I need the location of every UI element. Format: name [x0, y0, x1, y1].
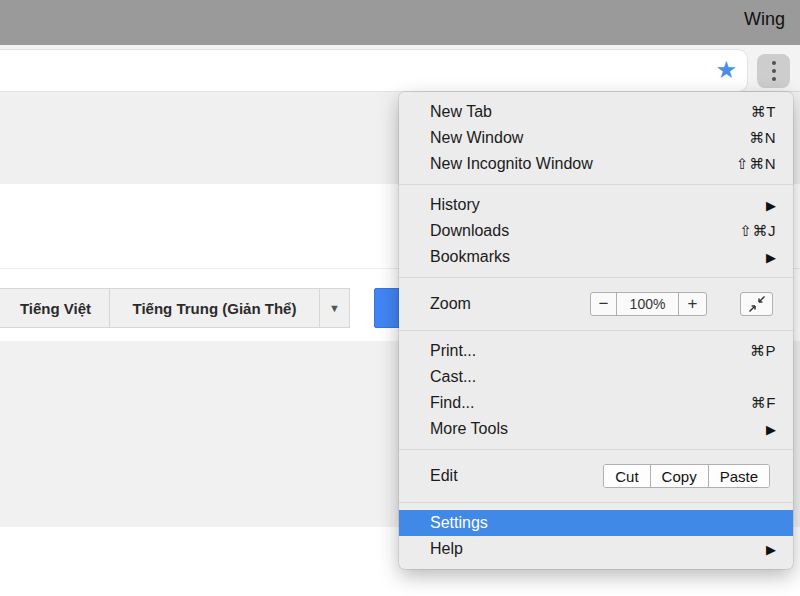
browser-window: Wing ★ Tiếng Việt Tiếng Trung (Giản Thể)…: [0, 0, 800, 596]
menu-item-label: Help: [430, 540, 766, 558]
menu-item-label: New Tab: [430, 103, 751, 121]
menu-item-label: New Incognito Window: [430, 155, 736, 173]
menu-item-label: Find...: [430, 394, 751, 412]
zoom-label: Zoom: [430, 295, 471, 313]
copy-button[interactable]: Copy: [651, 465, 709, 487]
fullscreen-button[interactable]: [740, 292, 773, 316]
edit-label: Edit: [430, 467, 458, 485]
menu-item-more-tools[interactable]: More Tools ▶: [399, 416, 793, 442]
menu-item-label: More Tools: [430, 420, 766, 438]
fullscreen-arrows-icon: [747, 294, 767, 314]
language-button-label: Tiếng Trung (Giản Thể): [133, 300, 297, 317]
edit-segmented-control: Cut Copy Paste: [603, 464, 770, 488]
address-bar[interactable]: ★: [0, 49, 748, 92]
kebab-dot-icon: [772, 61, 776, 65]
menu-item-label: Print...: [430, 342, 750, 360]
browser-app-menu: New Tab ⌘T New Window ⌘N New Incognito W…: [399, 92, 793, 569]
macos-menubar: Wing: [0, 0, 800, 45]
menu-item-cast[interactable]: Cast...: [399, 364, 793, 390]
menu-item-history[interactable]: History ▶: [399, 192, 793, 218]
menu-item-bookmarks[interactable]: Bookmarks ▶: [399, 244, 793, 270]
menu-separator: [399, 277, 793, 278]
menu-item-label: History: [430, 196, 766, 214]
language-button-chinese-simplified[interactable]: Tiếng Trung (Giản Thể): [109, 288, 320, 328]
menu-item-find[interactable]: Find... ⌘F: [399, 390, 793, 416]
menu-item-help[interactable]: Help ▶: [399, 536, 793, 562]
menu-item-shortcut: ⇧⌘J: [739, 222, 776, 240]
language-button-label: Tiếng Việt: [20, 300, 91, 317]
zoom-segmented-control: − 100% +: [590, 292, 707, 316]
submenu-arrow-icon: ▶: [766, 198, 776, 213]
menu-item-shortcut: ⌘F: [751, 394, 776, 412]
zoom-in-button[interactable]: +: [679, 293, 706, 315]
kebab-dot-icon: [772, 69, 776, 73]
menu-item-shortcut: ⌘P: [750, 342, 776, 360]
zoom-out-button[interactable]: −: [591, 293, 617, 315]
menu-item-label: Bookmarks: [430, 248, 766, 266]
menu-edit-row: Edit Cut Copy Paste: [399, 457, 793, 495]
submenu-arrow-icon: ▶: [766, 250, 776, 265]
menu-item-shortcut: ⌘T: [751, 103, 776, 121]
menu-item-shortcut: ⇧⌘N: [736, 155, 776, 173]
menu-item-new-tab[interactable]: New Tab ⌘T: [399, 99, 793, 125]
language-button-vietnamese[interactable]: Tiếng Việt: [2, 288, 110, 328]
browser-toolbar: ★: [0, 45, 800, 92]
dropdown-arrow-icon: ▼: [329, 302, 340, 314]
menu-separator: [399, 502, 793, 503]
menu-separator: [399, 330, 793, 331]
browser-menu-button[interactable]: [757, 54, 790, 88]
menu-item-settings[interactable]: Settings: [399, 510, 793, 536]
menu-zoom-row: Zoom − 100% +: [399, 285, 793, 323]
menu-item-print[interactable]: Print... ⌘P: [399, 338, 793, 364]
menu-item-new-window[interactable]: New Window ⌘N: [399, 125, 793, 151]
kebab-dot-icon: [772, 77, 776, 81]
menu-item-new-incognito-window[interactable]: New Incognito Window ⇧⌘N: [399, 151, 793, 177]
menu-item-label: Downloads: [430, 222, 739, 240]
cut-button[interactable]: Cut: [604, 465, 650, 487]
menu-item-shortcut: ⌘N: [749, 129, 776, 147]
menu-item-label: Settings: [430, 514, 776, 532]
menu-separator: [399, 184, 793, 185]
submenu-arrow-icon: ▶: [766, 542, 776, 557]
zoom-level-value: 100%: [617, 293, 679, 315]
submenu-arrow-icon: ▶: [766, 422, 776, 437]
bookmark-star-icon[interactable]: ★: [715, 56, 737, 84]
menu-item-downloads[interactable]: Downloads ⇧⌘J: [399, 218, 793, 244]
language-dropdown-button[interactable]: ▼: [319, 288, 350, 328]
menu-separator: [399, 449, 793, 450]
menu-item-label: New Window: [430, 129, 749, 147]
menubar-user-label[interactable]: Wing: [744, 9, 785, 30]
menu-item-label: Cast...: [430, 368, 776, 386]
paste-button[interactable]: Paste: [709, 465, 769, 487]
